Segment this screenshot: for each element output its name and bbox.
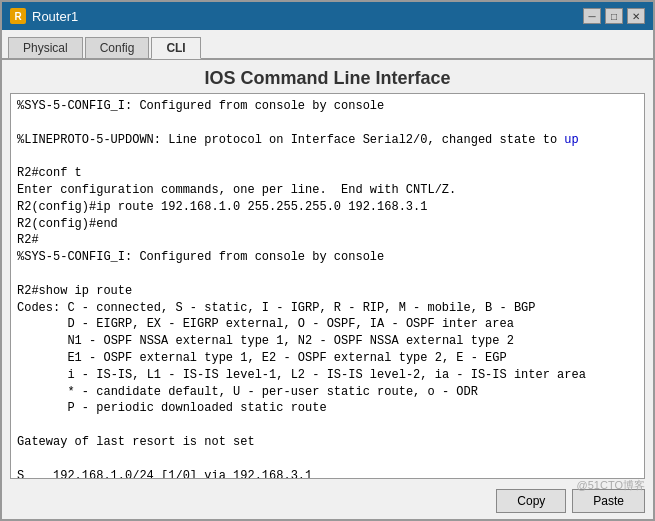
bottom-bar: Copy Paste [2,483,653,519]
copy-button[interactable]: Copy [496,489,566,513]
title-bar: R Router1 ─ □ ✕ [2,2,653,30]
page-title: IOS Command Line Interface [2,60,653,93]
minimize-button[interactable]: ─ [583,8,601,24]
terminal-container: %SYS-5-CONFIG_I: Configured from console… [10,93,645,479]
watermark: @51CTO博客 [577,478,645,493]
window-title: Router1 [32,9,78,24]
tab-config[interactable]: Config [85,37,150,58]
router-icon: R [10,8,26,24]
tab-cli[interactable]: CLI [151,37,200,59]
title-bar-left: R Router1 [10,8,78,24]
maximize-button[interactable]: □ [605,8,623,24]
terminal-scroll[interactable]: %SYS-5-CONFIG_I: Configured from console… [11,94,644,478]
tab-physical[interactable]: Physical [8,37,83,58]
terminal-output: %SYS-5-CONFIG_I: Configured from console… [17,98,638,478]
close-button[interactable]: ✕ [627,8,645,24]
window: R Router1 ─ □ ✕ Physical Config CLI IOS … [0,0,655,521]
tab-bar: Physical Config CLI [2,30,653,60]
title-controls: ─ □ ✕ [583,8,645,24]
